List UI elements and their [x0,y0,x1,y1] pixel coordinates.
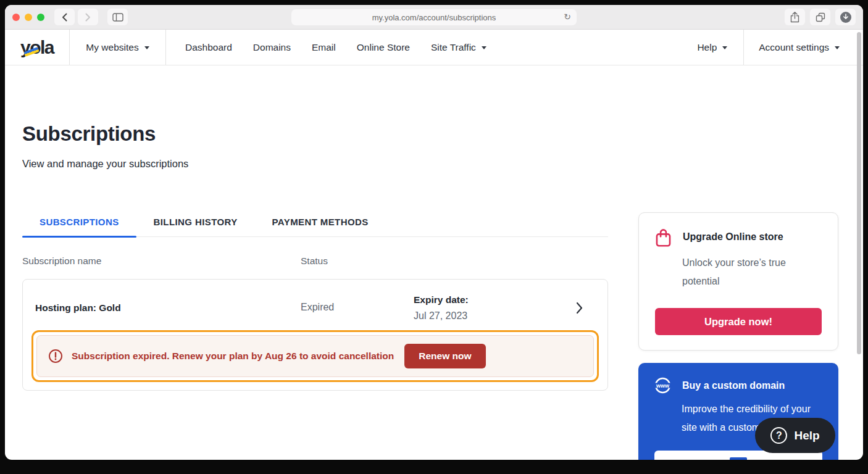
expired-alert-highlight: Subscription expired. Renew your plan by… [31,330,599,382]
nav-item-dashboard[interactable]: Dashboard [175,30,243,65]
clipped-button-text [730,457,747,460]
upgrade-card-description: Unlock your store’s true potential [682,254,812,291]
chevron-down-icon [144,46,149,49]
address-bar[interactable]: my.yola.com/account/subscriptions ↻ [291,9,577,25]
www-globe-icon: www [654,377,671,394]
url-text: my.yola.com/account/subscriptions [372,13,496,22]
subscription-card: Hosting plan: Gold Expired Expiry date: … [22,279,608,391]
nav-item-online-store[interactable]: Online Store [346,30,420,65]
forward-icon [85,13,91,22]
column-subscription-name: Subscription name [22,256,301,267]
expiry-date-label: Expiry date: [414,294,469,306]
page-scrollbar-thumb[interactable] [857,32,861,354]
share-icon [790,12,799,23]
row-chevron-right-icon[interactable] [576,294,583,317]
chevron-down-icon [482,46,486,49]
help-dropdown[interactable]: Help [681,30,743,65]
page-title: Subscriptions [22,122,838,146]
my-websites-dropdown[interactable]: My websites [70,30,166,65]
account-settings-dropdown[interactable]: Account settings [744,30,854,65]
warning-icon [48,349,63,364]
sidebar-toggle-button[interactable] [107,9,128,25]
yola-logo[interactable]: yola [5,30,70,65]
downloads-button[interactable] [835,9,856,25]
subscription-status: Expired [301,294,414,313]
alert-message: Subscription expired. Renew your plan by… [72,351,394,362]
svg-text:www: www [656,383,670,389]
question-mark-icon [770,427,787,444]
chevron-down-icon [835,46,840,49]
tab-subscriptions[interactable]: SUBSCRIPTIONS [22,217,136,236]
window-controls [12,14,44,21]
download-icon [840,12,851,23]
shopping-bag-icon [655,228,672,247]
nav-item-domains[interactable]: Domains [243,30,301,65]
subscription-expiry: Expiry date: Jul 27, 2023 [414,294,469,322]
my-websites-label: My websites [86,42,138,53]
upgrade-store-card: Upgrade Online store Unlock your store’s… [638,212,838,351]
nav-item-email[interactable]: Email [301,30,346,65]
nav-links: Dashboard Domains Email Online Store Sit… [175,30,497,65]
tabs-icon [816,12,825,22]
share-button[interactable] [785,9,805,25]
help-fab-button[interactable]: Help [755,418,835,453]
forward-button[interactable] [78,9,98,25]
column-status: Status [301,256,328,267]
nav-item-site-traffic[interactable]: Site Traffic [420,30,497,65]
upgrade-card-title: Upgrade Online store [683,228,783,243]
tab-payment-methods[interactable]: PAYMENT METHODS [255,217,386,236]
back-button[interactable] [54,9,75,25]
minimize-window-button[interactable] [25,14,32,21]
subscription-name: Hosting plan: Gold [35,294,301,314]
fullscreen-window-button[interactable] [37,14,44,21]
renew-now-button[interactable]: Renew now [404,344,485,368]
help-fab-label: Help [794,429,819,443]
table-header: Subscription name Status [22,256,608,267]
app-navbar: yola My websites Dashboard Domains Email… [5,30,863,65]
expired-alert: Subscription expired. Renew your plan by… [36,335,594,377]
domain-card-title: Buy a custom domain [682,377,785,391]
chevron-down-icon [722,46,727,49]
page-body: Subscriptions View and manage your subsc… [5,122,863,460]
tab-bar: SUBSCRIPTIONS BILLING HISTORY PAYMENT ME… [22,217,608,237]
browser-chrome: my.yola.com/account/subscriptions ↻ [5,5,863,30]
close-window-button[interactable] [12,14,20,21]
page-subtitle: View and manage your subscriptions [22,158,838,170]
browser-window: my.yola.com/account/subscriptions ↻ [5,5,863,460]
expiry-date-value: Jul 27, 2023 [414,310,469,322]
reload-icon[interactable]: ↻ [564,12,571,22]
desktop-background: my.yola.com/account/subscriptions ↻ [0,0,868,474]
sidebar-icon [112,13,123,22]
tab-overview-button[interactable] [810,9,830,25]
subscription-row[interactable]: Hosting plan: Gold Expired Expiry date: … [23,280,607,330]
tab-billing-history[interactable]: BILLING HISTORY [136,217,255,236]
upgrade-now-button[interactable]: Upgrade now! [655,308,822,335]
back-icon [62,13,67,22]
